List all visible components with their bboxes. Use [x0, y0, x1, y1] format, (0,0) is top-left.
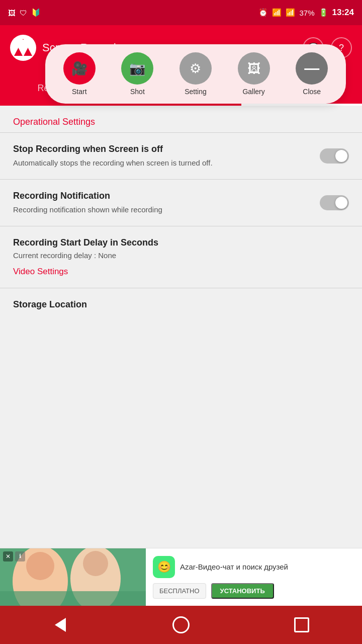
svg-point-5 — [26, 552, 54, 580]
stop-recording-title: Stop Recording when Screen is off — [13, 144, 310, 154]
shot-label: Shot — [130, 88, 145, 96]
svg-point-7 — [83, 551, 108, 576]
alarm-icon: ⏰ — [258, 8, 268, 17]
toolbar-setting[interactable]: ⚙ Setting — [179, 52, 212, 96]
recording-notification-title: Recording Notification — [13, 191, 310, 201]
stop-recording-toggle[interactable] — [320, 148, 349, 164]
video-settings-link[interactable]: Video Settings — [13, 267, 68, 276]
close-circle: — — [296, 52, 328, 85]
status-left-icons: 🖼 🛡 🔰 — [8, 8, 41, 17]
content-area: Operational Settings Stop Recording when… — [0, 106, 362, 347]
ad-title: Azar-Видео-чат и поиск друзей — [180, 562, 288, 571]
ad-app-icon: 😊 — [153, 556, 175, 578]
start-circle: 🎥 — [63, 52, 96, 85]
status-bar: 🖼 🛡 🔰 ⏰ 📶 📶 37% 🔋 13:24 — [0, 0, 362, 25]
start-label: Start — [72, 88, 87, 96]
time-display: 13:24 — [332, 8, 354, 18]
shield-status-icon: 🛡 — [20, 9, 27, 17]
bottom-nav — [0, 606, 362, 644]
image-status-icon: 🖼 — [8, 9, 16, 17]
status-right-icons: ⏰ 📶 📶 37% 🔋 13:24 — [258, 8, 354, 18]
recording-notification-toggle[interactable] — [320, 195, 349, 210]
toolbar-start[interactable]: 🎥 Start — [63, 52, 96, 96]
shot-circle: 📷 — [121, 52, 153, 85]
toolbar-close[interactable]: — Close — [296, 52, 328, 96]
storage-location-item: Storage Location — [0, 288, 362, 317]
toolbar-shot[interactable]: 📷 Shot — [121, 52, 153, 96]
close-label: Close — [303, 88, 321, 96]
nav-home-button[interactable] — [166, 610, 196, 640]
gallery-label: Gallery — [242, 88, 264, 96]
gallery-circle: 🖼 — [238, 52, 270, 85]
ad-install-button[interactable]: УСТАНОВИТЬ — [211, 583, 274, 599]
recording-notification-desc: Recording notification shown while recor… — [13, 204, 310, 215]
setting-circle: ⚙ — [179, 52, 212, 85]
recording-delay-item: Recording Start Delay in Seconds Current… — [0, 226, 362, 288]
nav-recent-button[interactable] — [287, 610, 317, 640]
storage-location-title: Storage Location — [13, 299, 349, 310]
ad-banner: ✕ ℹ 😊 Azar-Видео-чат и поиск друзей БЕСП… — [0, 548, 362, 606]
ad-image: ✕ ℹ — [0, 548, 146, 606]
battery-icon: 🔋 — [319, 8, 328, 17]
stop-recording-text: Stop Recording when Screen is off Automa… — [13, 144, 310, 168]
signal-icon: 📶 — [286, 8, 295, 17]
shield2-status-icon: 🔰 — [31, 8, 41, 17]
ad-close-button[interactable]: ✕ — [3, 551, 13, 561]
toolbar-gallery[interactable]: 🖼 Gallery — [238, 52, 270, 96]
svg-rect-8 — [0, 591, 146, 606]
section-header: Operational Settings — [0, 106, 362, 132]
wifi-icon: 📶 — [272, 8, 282, 17]
ad-info-button[interactable]: ℹ — [15, 551, 25, 561]
delay-desc: Current recording delay : None — [13, 251, 349, 260]
app-logo — [10, 35, 36, 61]
battery-text: 37% — [299, 9, 314, 17]
ad-content: 😊 Azar-Видео-чат и поиск друзей БЕСПЛАТН… — [146, 550, 362, 605]
nav-back-button[interactable] — [45, 610, 75, 640]
recording-notification-item: Recording Notification Recording notific… — [0, 180, 362, 226]
section-title: Operational Settings — [13, 117, 95, 127]
setting-label: Setting — [185, 88, 207, 96]
ad-free-button[interactable]: БЕСПЛАТНО — [153, 583, 206, 599]
ad-buttons: БЕСПЛАТНО УСТАНОВИТЬ — [153, 583, 355, 599]
delay-title: Recording Start Delay in Seconds — [13, 237, 349, 248]
stop-recording-item: Stop Recording when Screen is off Automa… — [0, 133, 362, 179]
floating-toolbar: 🎥 Start 📷 Shot ⚙ Setting 🖼 Gallery — Clo… — [45, 44, 346, 104]
stop-recording-desc: Automatically stops the recording when s… — [13, 157, 310, 168]
ad-icon-area: 😊 Azar-Видео-чат и поиск друзей — [153, 556, 355, 578]
recording-notification-text: Recording Notification Recording notific… — [13, 191, 310, 215]
